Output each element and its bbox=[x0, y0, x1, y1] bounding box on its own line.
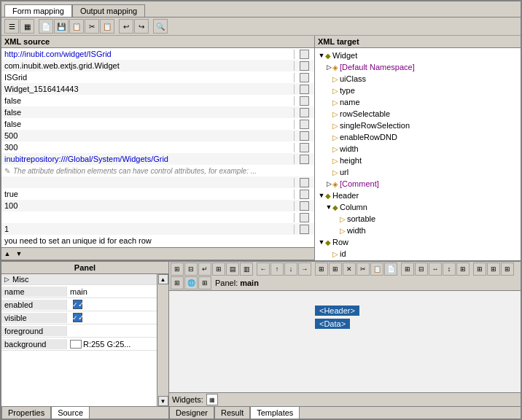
designer-btn-14[interactable]: ✂ bbox=[357, 262, 370, 276]
list-item[interactable]: 100 bbox=[1, 200, 314, 211]
header-widget[interactable]: <Header> bbox=[315, 306, 359, 316]
designer-btn-15[interactable]: 📋 bbox=[370, 262, 383, 276]
expand-icon[interactable]: ▷ bbox=[325, 180, 332, 187]
designer-btn-6[interactable]: ▥ bbox=[240, 262, 253, 276]
source-checkbox[interactable] bbox=[294, 131, 314, 141]
expand-icon[interactable]: ▼ bbox=[318, 192, 325, 199]
list-item[interactable]: http://inubit.com/widget/ISGrid bbox=[1, 48, 314, 60]
tree-item[interactable]: ▼ ◆ Widget bbox=[315, 50, 521, 61]
source-checkbox[interactable] bbox=[294, 108, 314, 117]
xml-tree[interactable]: ▼ ◆ Widget ▷ ◈ [Default Namespace] ▷ uiC… bbox=[315, 48, 521, 260]
tree-item[interactable]: ▼ ◆ Row bbox=[315, 236, 521, 248]
toolbar-undo-btn[interactable]: ↩ bbox=[119, 19, 133, 34]
tab-source[interactable]: Source bbox=[51, 407, 90, 419]
visible-checkbox[interactable]: ✓ bbox=[73, 313, 82, 322]
source-checkbox[interactable] bbox=[294, 143, 314, 152]
prop-value[interactable]: ✓ bbox=[67, 298, 157, 311]
tree-item[interactable]: ▷ ◈ [Default Namespace] bbox=[315, 61, 521, 73]
expand-icon[interactable]: ▼ bbox=[325, 203, 332, 211]
designer-btn-7[interactable]: ← bbox=[257, 262, 270, 276]
designer-btn-1[interactable]: ⊞ bbox=[171, 262, 184, 276]
tree-item[interactable]: ▷ width bbox=[315, 143, 521, 155]
designer-btn-12[interactable]: ⊞ bbox=[329, 262, 342, 276]
scroll-down-btn[interactable]: ▼ bbox=[158, 396, 168, 406]
toolbar-redo-btn[interactable]: ↪ bbox=[134, 19, 149, 34]
list-item[interactable]: false bbox=[1, 118, 314, 130]
expand-icon[interactable]: ▷ bbox=[325, 63, 332, 71]
source-checkbox[interactable] bbox=[294, 61, 314, 71]
tree-item[interactable]: ▷ id bbox=[315, 248, 521, 260]
expand-icon[interactable]: ▼ bbox=[318, 238, 325, 246]
prop-value[interactable]: main bbox=[67, 287, 157, 297]
source-checkbox[interactable] bbox=[294, 225, 314, 234]
expand-icon[interactable]: ▼ bbox=[318, 52, 325, 59]
tree-item[interactable]: ▷ sortable bbox=[315, 213, 521, 225]
source-checkbox[interactable] bbox=[294, 155, 314, 164]
tree-item[interactable]: ▷ width bbox=[315, 225, 521, 236]
designer-btn-27[interactable]: ⊞ bbox=[198, 276, 211, 289]
toolbar-copy-btn[interactable]: 📋 bbox=[69, 19, 84, 34]
tab-properties[interactable]: Properties bbox=[1, 407, 51, 419]
designer-btn-8[interactable]: ↑ bbox=[270, 262, 284, 276]
toolbar-new-btn[interactable]: 📄 bbox=[39, 19, 53, 34]
designer-btn-26[interactable]: 🌐 bbox=[184, 276, 198, 289]
tab-result[interactable]: Result bbox=[214, 407, 250, 419]
source-checkbox[interactable] bbox=[294, 85, 314, 94]
tree-item[interactable]: ▷ ◈ [Comment] bbox=[315, 178, 521, 190]
list-item[interactable]: com.inubit.web.extjs.grid.Widget bbox=[1, 60, 314, 71]
source-checkbox[interactable] bbox=[294, 201, 314, 211]
enabled-checkbox[interactable]: ✓ bbox=[73, 300, 82, 309]
prop-value[interactable]: R:255 G:25... bbox=[67, 339, 157, 349]
list-item[interactable] bbox=[1, 211, 314, 223]
tree-item[interactable]: ▷ uiClass bbox=[315, 73, 521, 85]
tab-output-mapping[interactable]: Output mapping bbox=[72, 4, 145, 17]
designer-btn-2[interactable]: ⊟ bbox=[184, 262, 198, 276]
designer-btn-22[interactable]: ⊞ bbox=[473, 262, 486, 276]
designer-btn-21[interactable]: ⊞ bbox=[456, 262, 470, 276]
list-item[interactable]: false bbox=[1, 106, 314, 118]
designer-btn-4[interactable]: ⊞ bbox=[212, 262, 225, 276]
list-item[interactable] bbox=[1, 176, 314, 188]
data-widget[interactable]: <Data> bbox=[315, 319, 350, 329]
list-item[interactable]: false bbox=[1, 95, 314, 106]
tab-templates[interactable]: Templates bbox=[250, 407, 300, 419]
list-item[interactable]: Widget_1516414443 bbox=[1, 83, 314, 95]
designer-btn-19[interactable]: ↔ bbox=[429, 262, 442, 276]
prop-section-misc[interactable]: ▷ Misc bbox=[1, 274, 157, 285]
tree-item[interactable]: ▷ height bbox=[315, 155, 521, 166]
toolbar-menu-btn[interactable]: ☰ bbox=[4, 19, 19, 34]
designer-btn-20[interactable]: ↕ bbox=[443, 262, 456, 276]
designer-btn-11[interactable]: ⊞ bbox=[315, 262, 328, 276]
designer-btn-16[interactable]: 📄 bbox=[384, 262, 397, 276]
designer-canvas[interactable]: <Header> <Data> bbox=[169, 291, 521, 392]
arrow-down-btn[interactable]: ▼ bbox=[13, 248, 25, 260]
source-checkbox[interactable] bbox=[294, 213, 314, 222]
tree-item[interactable]: ▷ rowSelectable bbox=[315, 108, 521, 120]
designer-btn-25[interactable]: ⊞ bbox=[171, 276, 184, 289]
designer-btn-13[interactable]: ✕ bbox=[343, 262, 356, 276]
list-item[interactable]: inubitrepository:///Global/System/Widget… bbox=[1, 153, 314, 165]
toolbar-cut-btn[interactable]: ✂ bbox=[85, 19, 99, 34]
source-checkbox[interactable] bbox=[294, 190, 314, 199]
tab-designer[interactable]: Designer bbox=[169, 407, 214, 419]
tree-item[interactable]: ▷ singleRowSelection bbox=[315, 120, 521, 131]
toolbar-grid-btn[interactable]: ▦ bbox=[20, 19, 34, 34]
designer-btn-24[interactable]: ⊞ bbox=[501, 262, 514, 276]
tree-item[interactable]: ▷ enableRowDND bbox=[315, 131, 521, 143]
designer-btn-3[interactable]: ↵ bbox=[198, 262, 211, 276]
designer-btn-17[interactable]: ⊞ bbox=[401, 262, 414, 276]
tab-form-mapping[interactable]: Form mapping bbox=[4, 4, 72, 17]
tree-item[interactable]: ▷ name bbox=[315, 96, 521, 108]
list-item[interactable]: 300 bbox=[1, 141, 314, 153]
widget-icon-btn[interactable]: ▦ bbox=[206, 394, 218, 405]
list-item[interactable]: ISGrid bbox=[1, 71, 314, 83]
tree-item[interactable]: ▷ type bbox=[315, 85, 521, 96]
source-checkbox[interactable] bbox=[294, 120, 314, 129]
xml-source-list[interactable]: http://inubit.com/widget/ISGrid com.inub… bbox=[1, 48, 314, 247]
props-scrollbar[interactable]: ▲ ▼ bbox=[157, 274, 168, 406]
scroll-up-btn[interactable]: ▲ bbox=[158, 274, 168, 284]
prop-value[interactable]: ✓ bbox=[67, 311, 157, 324]
designer-btn-5[interactable]: ▤ bbox=[226, 262, 239, 276]
toolbar-save-btn[interactable]: 💾 bbox=[54, 19, 69, 34]
source-checkbox[interactable] bbox=[294, 178, 314, 187]
